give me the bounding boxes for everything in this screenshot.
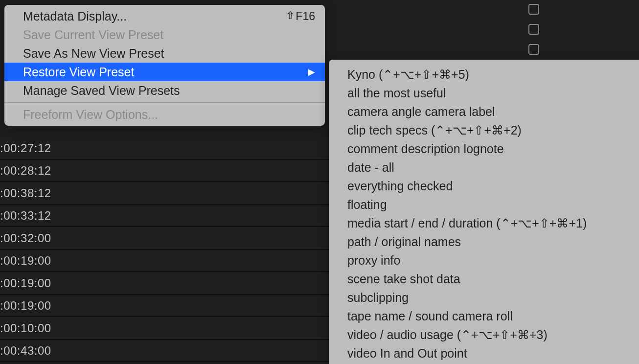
submenu-item[interactable]: all the most useful xyxy=(329,83,639,102)
row-checkbox[interactable] xyxy=(528,44,539,55)
submenu-item[interactable]: tape name / sound camera roll xyxy=(329,306,639,325)
shortcut-label: ⇧F16 xyxy=(286,7,315,25)
timecode-value: :00:19:00 xyxy=(0,299,51,313)
submenu-item[interactable]: media start / end / duration (⌃+⌥+⇧+⌘+1) xyxy=(329,213,639,232)
submenu-item[interactable]: camera angle camera label xyxy=(329,102,639,120)
timecode-value: :00:19:00 xyxy=(0,276,51,290)
timecode-value: :00:19:00 xyxy=(0,254,51,268)
submenu-item[interactable]: video / audio usage (⌃+⌥+⇧+⌘+3) xyxy=(329,325,639,343)
menu-item-freeform-view-options: Freeform View Options... xyxy=(4,105,325,124)
submenu-item[interactable]: Kyno (⌃+⌥+⇧+⌘+5) xyxy=(329,65,639,83)
submenu-item[interactable]: proxy info xyxy=(329,250,639,269)
submenu-item[interactable]: path / original names xyxy=(329,232,639,250)
row-checkbox[interactable] xyxy=(528,24,539,35)
submenu-item[interactable]: clip tech specs (⌃+⌥+⇧+⌘+2) xyxy=(329,120,639,139)
checkbox-column xyxy=(528,4,539,55)
context-menu-primary: Metadata Display... ⇧F16 Save Current Vi… xyxy=(4,5,325,126)
menu-item-save-current-view-preset: Save Current View Preset xyxy=(4,25,325,44)
submenu-arrow-icon: ▶ xyxy=(308,63,315,81)
timecode-value: :00:32:00 xyxy=(0,231,51,245)
submenu-item[interactable]: everything checked xyxy=(329,176,639,195)
timecode-value: :00:10:00 xyxy=(0,321,51,335)
submenu-item[interactable]: date - all xyxy=(329,158,639,176)
menu-item-metadata-display[interactable]: Metadata Display... ⇧F16 xyxy=(4,7,325,25)
submenu-item[interactable]: subclipping xyxy=(329,288,639,306)
timecode-value: :00:38:12 xyxy=(0,186,51,200)
menu-item-restore-view-preset[interactable]: Restore View Preset ▶ xyxy=(4,63,325,81)
shift-icon: ⇧ xyxy=(286,6,295,25)
context-menu-submenu: Kyno (⌃+⌥+⇧+⌘+5)all the most usefulcamer… xyxy=(329,60,639,364)
timecode-value: :00:33:12 xyxy=(0,209,51,223)
submenu-item[interactable]: comment description lognote xyxy=(329,139,639,158)
menu-item-manage-saved-view-presets[interactable]: Manage Saved View Presets xyxy=(4,81,325,100)
timecode-value: :00:27:12 xyxy=(0,141,51,155)
submenu-item[interactable]: floating xyxy=(329,195,639,213)
timecode-value: :00:28:12 xyxy=(0,164,51,178)
timecode-value: :00:43:00 xyxy=(0,344,51,358)
row-checkbox[interactable] xyxy=(528,4,539,15)
submenu-item[interactable]: video In and Out point xyxy=(329,343,639,362)
menu-item-save-as-new-view-preset[interactable]: Save As New View Preset xyxy=(4,44,325,63)
submenu-item[interactable]: scene take shot data xyxy=(329,269,639,288)
menu-separator xyxy=(4,102,325,103)
